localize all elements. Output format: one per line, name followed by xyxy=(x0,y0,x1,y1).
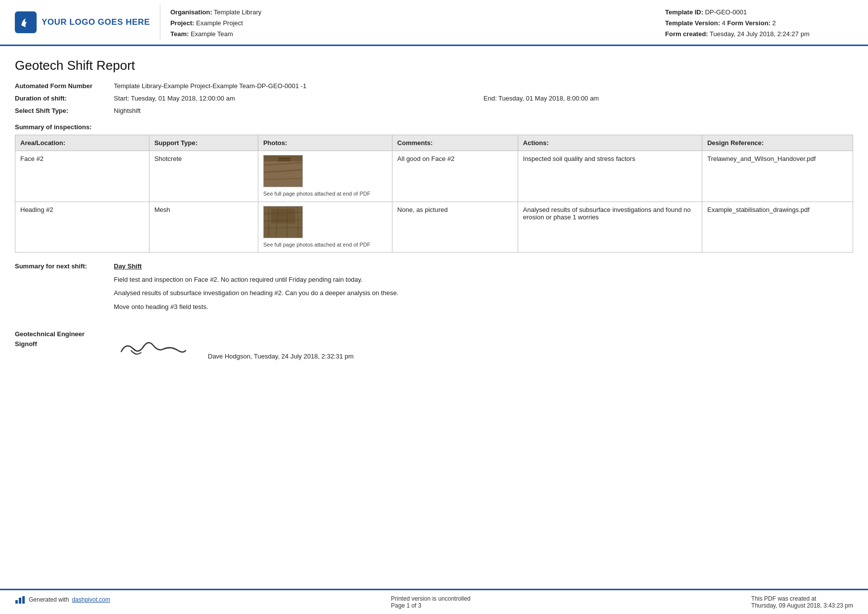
signoff-name-date: Dave Hodgson, Tuesday, 24 July 2018, 2:3… xyxy=(208,353,354,364)
photo-caption-2: See full page photos attached at end of … xyxy=(263,241,370,248)
area-cell-2: Heading #2 xyxy=(15,202,149,252)
col-header-photos: Photos: xyxy=(258,135,392,151)
template-id-row: Template ID: DP-GEO-0001 xyxy=(665,7,853,18)
header-meta-left: Organisation: Template Library Project: … xyxy=(170,7,665,40)
template-version-row: Template Version: 4 Form Version: 2 xyxy=(665,18,853,29)
header-meta-right: Template ID: DP-GEO-0001 Template Versio… xyxy=(665,7,853,40)
actions-cell-2: Analysed results of subsurface investiga… xyxy=(518,202,702,252)
dashpivot-icon xyxy=(15,595,26,604)
photo-container-2: See full page photos attached at end of … xyxy=(263,206,387,248)
svg-rect-20 xyxy=(22,596,25,604)
next-shift-row: Summary for next shift: Day Shift Field … xyxy=(15,262,853,316)
shift-type-value: Nightshift xyxy=(114,107,853,114)
svg-rect-17 xyxy=(271,208,295,223)
comments-cell-1: All good on Face #2 xyxy=(392,151,518,202)
next-shift-title: Day Shift xyxy=(114,262,853,270)
automated-form-label: Automated Form Number xyxy=(15,82,114,90)
photo-caption-1: See full page photos attached at end of … xyxy=(263,190,370,197)
next-shift-para-2: Analysed results of subsurface investiga… xyxy=(114,288,853,298)
duration-value: Start: Tuesday, 01 May 2018, 12:00:00 am… xyxy=(114,95,853,102)
organisation-row: Organisation: Template Library xyxy=(170,7,665,18)
next-shift-para-1: Field test and inspection on Face #2. No… xyxy=(114,275,853,285)
svg-rect-7 xyxy=(264,155,302,161)
support-cell-2: Mesh xyxy=(149,202,258,252)
comments-cell-2: None, as pictured xyxy=(392,202,518,252)
design-ref-cell-1: Trelawney_and_Wilson_Handover.pdf xyxy=(702,151,853,202)
project-row: Project: Example Project xyxy=(170,18,665,29)
inspections-table: Area/Location: Support Type: Photos: Com… xyxy=(15,135,853,253)
svg-rect-19 xyxy=(19,598,21,604)
duration-label: Duration of shift: xyxy=(15,95,114,102)
col-header-support: Support Type: xyxy=(149,135,258,151)
signoff-section: Geotechnical Engineer Signoff Dave Hodgs… xyxy=(15,329,853,364)
next-shift-section: Summary for next shift: Day Shift Field … xyxy=(15,262,853,316)
logo-icon xyxy=(15,11,37,33)
col-header-actions: Actions: xyxy=(518,135,702,151)
summary-heading: Summary of inspections: xyxy=(15,123,853,131)
shift-type-row: Select Shift Type: Nightshift xyxy=(15,107,853,114)
team-row: Team: Example Team xyxy=(170,29,665,40)
logo-text: YOUR LOGO GOES HERE xyxy=(42,17,150,27)
page-header: YOUR LOGO GOES HERE Organisation: Templa… xyxy=(0,0,868,46)
table-row: Heading #2 Mesh xyxy=(15,202,853,252)
duration-end: End: Tuesday, 01 May 2018, 8:00:00 am xyxy=(483,95,853,102)
signoff-signature xyxy=(114,329,193,364)
photo-cell-2: See full page photos attached at end of … xyxy=(258,202,392,252)
photo-thumb-1 xyxy=(263,155,303,187)
footer-right: This PDF was created at Thursday, 09 Aug… xyxy=(751,595,853,609)
footer-generated-text: Generated with xyxy=(29,596,69,603)
table-row: Face #2 Shotcrete xyxy=(15,151,853,202)
svg-rect-18 xyxy=(15,600,18,604)
header-meta: Organisation: Template Library Project: … xyxy=(170,5,853,40)
photo-cell-1: See full page photos attached at end of … xyxy=(258,151,392,202)
photo-container-1: See full page photos attached at end of … xyxy=(263,155,387,197)
duration-start: Start: Tuesday, 01 May 2018, 12:00:00 am xyxy=(114,95,483,102)
col-header-design: Design Reference: xyxy=(702,135,853,151)
form-created-row: Form created: Tuesday, 24 July 2018, 2:2… xyxy=(665,29,853,40)
duration-row: Duration of shift: Start: Tuesday, 01 Ma… xyxy=(15,95,853,102)
next-shift-label: Summary for next shift: xyxy=(15,262,114,270)
automated-form-value: Template Library-Example Project-Example… xyxy=(114,82,853,90)
main-content: Geotech Shift Report Automated Form Numb… xyxy=(0,46,868,413)
next-shift-para-3: Move onto heading #3 field tests. xyxy=(114,302,853,312)
col-header-area: Area/Location: xyxy=(15,135,149,151)
col-header-comments: Comments: xyxy=(392,135,518,151)
footer-link[interactable]: dashpivot.com xyxy=(72,596,110,603)
footer-left: Generated with dashpivot.com xyxy=(15,595,110,604)
area-cell-1: Face #2 xyxy=(15,151,149,202)
actions-cell-1: Inspected soil quality and stress factor… xyxy=(518,151,702,202)
photo-thumb-2 xyxy=(263,206,303,238)
design-ref-cell-2: Example_stabilisation_drawings.pdf xyxy=(702,202,853,252)
logo-section: YOUR LOGO GOES HERE xyxy=(15,5,160,40)
support-cell-1: Shotcrete xyxy=(149,151,258,202)
next-shift-content: Day Shift Field test and inspection on F… xyxy=(114,262,853,316)
signoff-label: Geotechnical Engineer Signoff xyxy=(15,329,114,349)
page-footer: Generated with dashpivot.com Printed ver… xyxy=(0,589,868,614)
shift-type-label: Select Shift Type: xyxy=(15,107,114,114)
report-title: Geotech Shift Report xyxy=(15,58,853,73)
footer-center: Printed version is uncontrolled Page 1 o… xyxy=(391,595,471,609)
svg-line-16 xyxy=(264,227,302,228)
automated-form-row: Automated Form Number Template Library-E… xyxy=(15,82,853,90)
table-header-row: Area/Location: Support Type: Photos: Com… xyxy=(15,135,853,151)
